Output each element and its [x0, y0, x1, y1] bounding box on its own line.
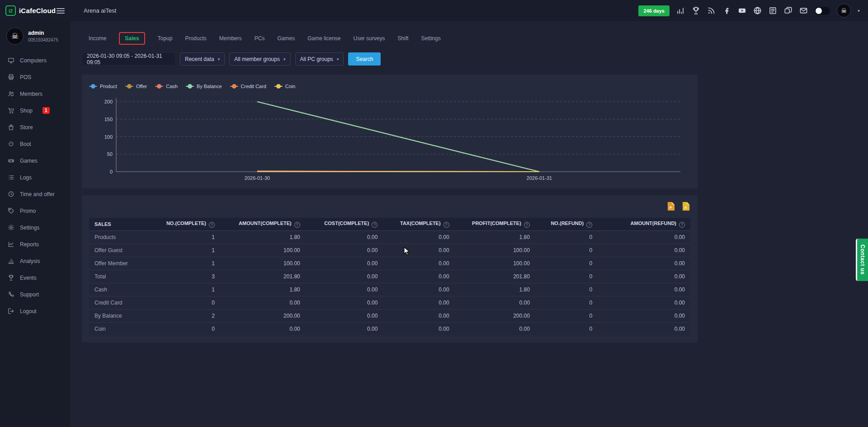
value-cell: 1: [151, 283, 220, 296]
sidebar-item-promo[interactable]: Promo: [0, 202, 70, 219]
help-icon[interactable]: ?: [209, 222, 215, 228]
legend-label: By Balance: [197, 84, 222, 89]
sidebar-item-computers[interactable]: Computers: [0, 52, 70, 69]
sidebar-item-events[interactable]: Events: [0, 269, 70, 286]
sidebar-item-logout[interactable]: Logout: [0, 303, 70, 319]
app-root: i2 iCafeCloud Arena aiTest 246 days ☠ ▾ …: [0, 0, 868, 427]
pdf-export-icon[interactable]: P: [667, 202, 675, 211]
help-icon[interactable]: ?: [443, 222, 449, 228]
legend-item-credit-card[interactable]: Credit Card: [230, 84, 266, 89]
tab-products[interactable]: Products: [185, 32, 206, 45]
member-group-select[interactable]: All member groups ▾: [229, 52, 290, 66]
help-icon[interactable]: ?: [586, 222, 592, 228]
row-label-cell: By Balance: [89, 309, 151, 322]
tab-settings[interactable]: Settings: [421, 32, 441, 45]
page-title: Arena aiTest: [84, 7, 116, 14]
value-cell: 0: [535, 283, 598, 296]
tab-shift[interactable]: Shift: [398, 32, 409, 45]
tab-game-license[interactable]: Game license: [307, 32, 340, 45]
svg-text:X: X: [684, 206, 687, 210]
date-range-input[interactable]: 2026-01-30 09:05 - 2026-01-31 09:05: [82, 52, 175, 66]
theme-toggle[interactable]: [815, 7, 830, 15]
value-cell: 0: [535, 230, 598, 244]
legend-item-cash[interactable]: Cash: [155, 84, 178, 89]
facebook-icon[interactable]: [722, 6, 731, 15]
value-cell: 0.00: [220, 296, 306, 309]
pc-group-select[interactable]: All PC groups ▾: [295, 52, 344, 66]
rss-icon[interactable]: [707, 6, 716, 15]
brand[interactable]: i2 iCafeCloud: [5, 5, 56, 16]
sidebar-item-members[interactable]: Members: [0, 85, 70, 102]
sidebar-item-shop[interactable]: Shop1: [0, 102, 70, 119]
sales-line-chart: 0501001502002026-01-302026-01-31: [89, 93, 690, 185]
tab-income[interactable]: Income: [89, 32, 106, 45]
value-cell: 201.80: [455, 270, 535, 283]
help-icon[interactable]: ?: [679, 222, 685, 228]
chevron-down-icon[interactable]: ▾: [858, 8, 860, 13]
sidebar-item-games[interactable]: Games: [0, 152, 70, 169]
sidebar-item-time-and-offer[interactable]: Time and offer: [0, 186, 70, 202]
sidebar-item-label: Time and offer: [20, 191, 55, 197]
mail-icon[interactable]: [799, 6, 808, 15]
sidebar-item-logs[interactable]: Logs: [0, 169, 70, 186]
tab-pcs[interactable]: PCs: [255, 32, 265, 45]
news-icon[interactable]: [769, 6, 777, 15]
chart-area: 0501001502002026-01-302026-01-31: [89, 93, 690, 186]
tab-games[interactable]: Games: [277, 32, 295, 45]
svg-text:50: 50: [107, 151, 113, 157]
data-source-select[interactable]: Recent data ▾: [180, 52, 225, 66]
menu-toggle-icon[interactable]: [57, 7, 65, 15]
legend-label: Offer: [136, 84, 147, 89]
legend-item-coin[interactable]: Coin: [274, 84, 296, 89]
globe-icon[interactable]: [753, 6, 762, 15]
chevron-down-icon: ▾: [337, 57, 339, 61]
legend-marker-icon: [155, 86, 163, 87]
youtube-icon[interactable]: [738, 6, 746, 15]
value-cell: 0.00: [383, 322, 454, 335]
value-cell: 2: [151, 309, 220, 322]
value-cell: 0: [535, 296, 598, 309]
sidebar-item-store[interactable]: Store: [0, 119, 70, 136]
sidebar-item-label: Events: [20, 275, 37, 281]
legend-item-by-balance[interactable]: By Balance: [186, 84, 222, 89]
sidebar-item-reports[interactable]: Reports: [0, 236, 70, 253]
legend-marker-icon: [274, 86, 283, 87]
license-days-badge[interactable]: 246 days: [638, 5, 669, 16]
help-icon[interactable]: ?: [524, 222, 530, 228]
stats-icon[interactable]: [676, 6, 685, 15]
svg-text:0: 0: [110, 169, 113, 174]
value-cell: 100.00: [455, 244, 535, 257]
value-cell: 0: [535, 322, 598, 335]
value-cell: 0.00: [306, 296, 383, 309]
sidebar-user[interactable]: ☠ admin 005193482475: [0, 21, 70, 52]
tags-icon[interactable]: [784, 6, 793, 15]
col-header-label: SALES: [94, 221, 111, 227]
sidebar-item-settings[interactable]: Settings: [0, 219, 70, 236]
help-icon[interactable]: ?: [294, 222, 300, 228]
svg-text:200: 200: [104, 99, 113, 104]
tab-topup[interactable]: Topup: [158, 32, 173, 45]
svg-text:P: P: [670, 206, 672, 210]
row-label-cell: Offer Guest: [89, 244, 151, 257]
svg-text:100: 100: [104, 134, 113, 140]
trophy-icon[interactable]: [692, 6, 700, 15]
user-avatar[interactable]: ☠: [837, 4, 851, 18]
col-header-amount-complete: AMOUNT(COMPLETE)?: [220, 218, 306, 230]
sidebar-item-pos[interactable]: POS: [0, 69, 70, 85]
sidebar-item-boot[interactable]: Boot: [0, 136, 70, 152]
legend-item-offer[interactable]: Offer: [125, 84, 147, 89]
legend-label: Cash: [166, 84, 178, 89]
tab-members[interactable]: Members: [219, 32, 242, 45]
tab-sales[interactable]: Sales: [119, 32, 145, 45]
col-header-tax-complete: TAX(COMPLETE)?: [383, 218, 454, 230]
excel-export-icon[interactable]: X: [682, 202, 690, 211]
sidebar-item-analysis[interactable]: Analysis: [0, 253, 70, 269]
tab-user-surveys[interactable]: User surveys: [354, 32, 385, 45]
legend-item-product[interactable]: Product: [89, 84, 117, 89]
contact-us-button[interactable]: Contact us: [856, 239, 868, 281]
search-button[interactable]: Search: [348, 52, 381, 66]
value-cell: 0.00: [306, 322, 383, 335]
value-cell: 0.00: [598, 257, 690, 270]
sidebar-item-support[interactable]: Support: [0, 286, 70, 303]
help-icon[interactable]: ?: [372, 222, 377, 228]
